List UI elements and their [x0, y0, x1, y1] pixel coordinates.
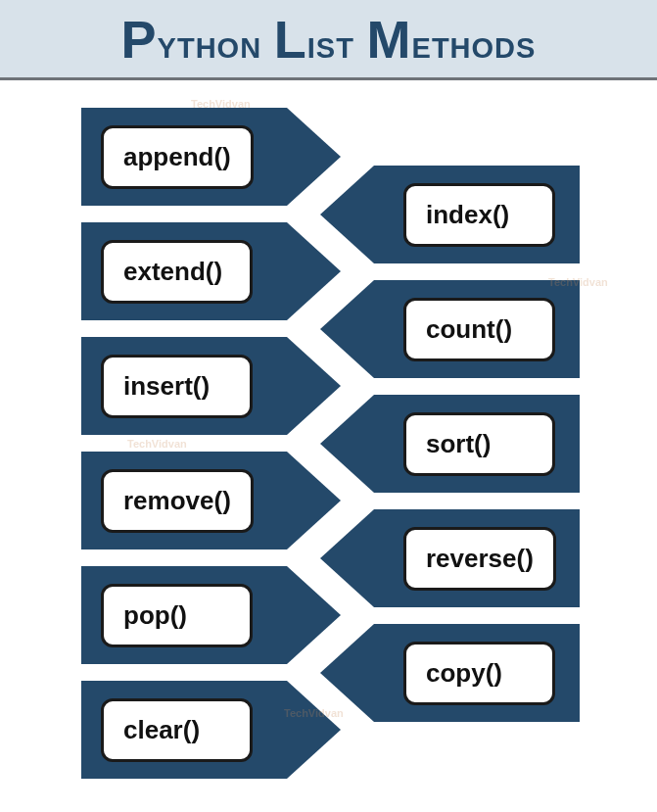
title-word-python: ython: [158, 21, 274, 67]
method-count: count(): [403, 298, 555, 361]
method-reverse: reverse(): [403, 527, 556, 591]
arrow-sort: sort(): [320, 395, 580, 493]
method-remove: remove(): [101, 469, 254, 533]
page-title: Python List Methods: [121, 9, 537, 70]
arrow-clear: clear(): [81, 681, 341, 779]
title-cap-m: M: [367, 10, 412, 69]
method-index: index(): [403, 183, 555, 247]
method-sort: sort(): [403, 412, 555, 476]
method-pop: pop(): [101, 584, 253, 647]
title-cap-p: P: [121, 10, 158, 69]
title-word-list: ist: [307, 21, 367, 67]
arrow-index: index(): [320, 166, 580, 263]
arrow-insert: insert(): [81, 337, 341, 435]
method-extend: extend(): [101, 240, 253, 304]
arrow-remove: remove(): [81, 452, 341, 549]
diagram-area: append() extend() insert() remove() pop(…: [0, 80, 657, 812]
watermark: TechVidvan: [127, 438, 187, 450]
method-append: append(): [101, 125, 254, 189]
title-word-methods: ethods: [412, 21, 537, 67]
method-insert: insert(): [101, 355, 253, 418]
header-banner: Python List Methods: [0, 0, 657, 80]
arrow-append: append(): [81, 108, 341, 206]
arrow-extend: extend(): [81, 222, 341, 320]
method-copy: copy(): [403, 642, 555, 705]
method-clear: clear(): [101, 698, 253, 762]
arrow-copy: copy(): [320, 624, 580, 722]
arrow-count: count(): [320, 280, 580, 378]
title-cap-l: L: [274, 10, 307, 69]
arrow-pop: pop(): [81, 566, 341, 664]
arrow-reverse: reverse(): [320, 509, 580, 607]
